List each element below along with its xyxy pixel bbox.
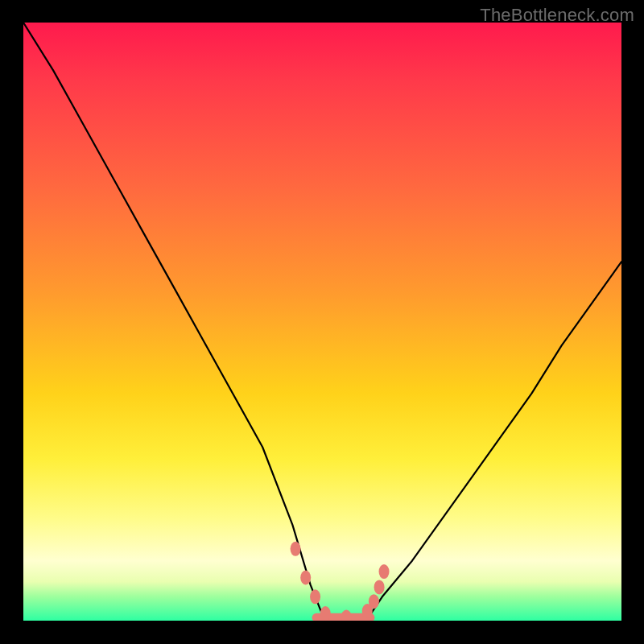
chart-frame: TheBottleneck.com bbox=[0, 0, 644, 644]
svg-point-2 bbox=[300, 571, 311, 585]
curve-layer bbox=[23, 23, 621, 621]
svg-point-5 bbox=[341, 610, 352, 621]
bottleneck-curve bbox=[23, 23, 621, 617]
svg-point-3 bbox=[310, 589, 320, 604]
svg-point-1 bbox=[291, 542, 301, 556]
plot-area bbox=[23, 23, 621, 621]
svg-point-4 bbox=[320, 606, 331, 621]
svg-point-9 bbox=[379, 564, 390, 579]
svg-point-7 bbox=[369, 594, 379, 609]
svg-point-8 bbox=[374, 580, 385, 594]
watermark-text: TheBottleneck.com bbox=[480, 5, 634, 26]
